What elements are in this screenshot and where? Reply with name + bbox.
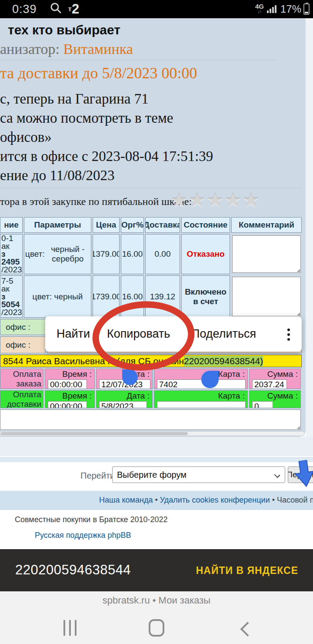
home-button[interactable] (149, 619, 164, 637)
description-line: ение до 11/08/2023 (0, 166, 213, 185)
order-row: 7-5 ак з 5054 /2023 цвет: черный 1739.00… (0, 275, 302, 318)
star-icon[interactable]: ★ (224, 189, 242, 211)
comment-cell (231, 275, 302, 318)
battery-icon (303, 3, 310, 15)
section-spacer (0, 437, 313, 456)
col-header: Комментарий (231, 217, 302, 233)
payment-name-cell: Оплата доставки (0, 390, 43, 408)
time-input[interactable] (48, 401, 87, 408)
col-header: Цена (93, 217, 120, 233)
col-header: Параметры (24, 217, 91, 233)
menu-item-find[interactable]: Найти (57, 316, 90, 352)
network-type-indicator: 4G ↓↑ (255, 4, 264, 14)
status-bar: 0:39 т2 4G ↓↑ 17% (0, 0, 313, 18)
star-icon[interactable]: ★ (243, 189, 260, 211)
card-cell: Карта : (154, 390, 248, 408)
delivery-deadline: та доставки до 5/8/2023 00:00 (0, 64, 197, 82)
footer-band: Наша команда • Удалить cookies конференц… (0, 491, 313, 510)
card-cell: Карта : (154, 369, 248, 389)
order-id-cell: 7-5 ак з 5054 /2023 (0, 275, 23, 318)
selection-handle-end[interactable] (201, 371, 219, 388)
office-label-cell: офис : (0, 319, 46, 335)
recents-button[interactable] (63, 620, 77, 636)
chevron-down-icon (274, 472, 280, 478)
organizer-line: анизатор: Витаминка (0, 41, 133, 57)
col-header: Доставка (145, 217, 180, 233)
col-header: Состояние (181, 217, 230, 233)
summary-comment-textarea[interactable] (0, 409, 301, 430)
android-nav-bar (0, 617, 313, 643)
sum-input[interactable] (252, 379, 287, 389)
sum-cell: Сумма : (249, 390, 301, 408)
order-id-cell: 0-1 ак з 2495 /2023 (0, 234, 23, 274)
card-input[interactable] (157, 401, 246, 408)
params-cell: цвет: черный (24, 275, 91, 318)
star-icon[interactable]: ★ (206, 189, 224, 211)
col-header: ние (0, 217, 23, 233)
more-options-icon[interactable] (280, 326, 297, 343)
bottom-area: spbratsk.ru • Мои заказы (0, 591, 313, 644)
payment-name-cell: Оплата заказа (0, 369, 43, 389)
divider (0, 188, 302, 188)
selection-handle-start[interactable] (122, 369, 138, 385)
rating-stars: ★★★★★ (170, 189, 260, 211)
section-spacer (0, 457, 313, 462)
date-cell: Дата : (96, 390, 153, 408)
order-row: 0-1 ак з 2495 /2023 цвет: черный - сереб… (0, 234, 302, 274)
menu-item-copy[interactable]: Копировать (107, 316, 170, 352)
date-input[interactable] (99, 401, 147, 408)
delivery-cell: 139.12 (145, 275, 180, 318)
selection-context-menu: Найти Копировать Поделиться (45, 316, 302, 352)
comment-textarea[interactable] (232, 277, 301, 316)
status-cell: Отказано (181, 234, 230, 274)
sum-input[interactable] (252, 401, 273, 408)
status-indicators: 4G ↓↑ 17% (255, 0, 310, 18)
page-title: тех кто выбирает (8, 23, 120, 37)
delete-cookies-link[interactable]: Удалить cookies конференции (160, 496, 270, 504)
status-cell: Включено в счет (181, 275, 230, 318)
description-text: с, теперь на Гагарина 71 са можно посмот… (0, 89, 213, 185)
description-line: с, теперь на Гагарина 71 (0, 89, 213, 108)
col-header: Орг% (121, 217, 144, 233)
organizer-link[interactable]: Витаминка (63, 41, 133, 57)
divider (0, 60, 276, 60)
back-button[interactable] (240, 622, 255, 637)
screen: 0:39 т2 4G ↓↑ 17% тех кто выбирает аниза… (0, 0, 313, 644)
time-cell: Время : (45, 369, 95, 389)
selected-text[interactable]: 220200594638544) (184, 356, 263, 366)
horizontal-scrollbar[interactable] (0, 431, 304, 436)
params-cell: цвет: черный - серебро (24, 234, 91, 274)
description-line: офисов» (0, 127, 213, 147)
copyright-text: Совместные покупки в Братске 2010-2022 (15, 515, 168, 524)
scroll-down-arrow-icon (294, 460, 313, 491)
office-label-cell: офис : (0, 336, 46, 353)
phpbb-support-link[interactable]: Русская поддержка phpBB (35, 531, 131, 540)
star-icon[interactable]: ★ (188, 189, 206, 211)
organizer-label: анизатор: (0, 41, 60, 57)
signal-bars-icon (266, 3, 278, 15)
scrollbar-thumb[interactable] (1, 432, 188, 435)
search-icon (49, 2, 62, 17)
forum-select[interactable]: Выберите форум (112, 466, 285, 483)
price-cell: 1379.00 (93, 234, 120, 274)
tele2-notification-icon: т2 (68, 3, 80, 16)
org-percent-cell: 16.00 (121, 275, 144, 318)
comment-textarea[interactable] (232, 235, 301, 273)
star-icon[interactable]: ★ (170, 189, 188, 211)
payment-row-delivery: Оплата доставки Время : Дата : Карта : С… (0, 390, 301, 408)
time-input[interactable] (48, 379, 87, 389)
page-right-gutter (306, 19, 313, 437)
description-line: са можно посмотреть в теме (0, 108, 213, 127)
search-query-text[interactable]: 220200594638544 (15, 562, 131, 578)
recipient-row: 8544 Раиса Васильевна Р. (для СБ онлайн … (0, 355, 302, 367)
org-percent-cell: 16.00 (121, 234, 144, 274)
sum-cell: Сумма : (249, 369, 301, 389)
rating-label: тора в этой закупке по пятибальной шкале… (0, 196, 192, 208)
team-link[interactable]: Наша команда (99, 496, 153, 504)
menu-item-share[interactable]: Поделиться (191, 316, 256, 352)
description-line: ится в офисе с 2023-08-04 17:51:39 (0, 147, 213, 166)
search-in-yandex-button[interactable]: НАЙТИ В ЯНДЕКСЕ (196, 565, 298, 577)
clock: 0:39 (12, 3, 37, 16)
recipient-text: 8544 Раиса Васильевна Р. (для СБ онлайн (3, 356, 184, 366)
yandex-search-bar: 220200594638544 НАЙТИ В ЯНДЕКСЕ (0, 549, 313, 591)
